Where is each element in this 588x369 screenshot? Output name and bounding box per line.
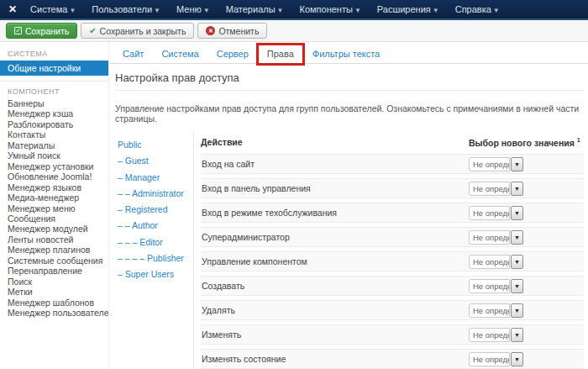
permission-value-cell: Не определе ▼ (469, 204, 584, 220)
permission-select-button[interactable]: ▼ (511, 352, 523, 366)
permission-select[interactable]: Не определе ▼ (469, 352, 523, 366)
permission-select-value: Не определе (469, 279, 510, 293)
permission-action-label: Вход в режиме техобслуживания (201, 208, 469, 218)
permission-action-label: Изменять (201, 329, 469, 340)
check-icon: ✔ (89, 27, 96, 35)
permission-select-button[interactable]: ▼ (511, 230, 523, 245)
permission-select-button[interactable]: ▼ (511, 157, 523, 171)
sidebar-item[interactable]: Сообщения (0, 213, 108, 224)
cancel-icon: ✕ (206, 26, 215, 35)
sidebar-item[interactable]: Менеджер пользователей (0, 308, 108, 318)
permission-select-value: Не определе (469, 303, 510, 318)
save-button[interactable]: ✓ Сохранить (6, 23, 77, 39)
permission-select-button[interactable]: ▼ (511, 303, 523, 318)
navbar-menu-item[interactable]: Справка▼ (455, 4, 500, 14)
chevron-down-icon: ▼ (203, 7, 210, 14)
permission-select-button[interactable]: ▼ (511, 328, 523, 342)
navbar-menu-item-label: Пользователи (92, 4, 152, 14)
user-group-tab[interactable]: – Super Users (118, 266, 193, 282)
sidebar-item[interactable]: Баннеры (0, 98, 108, 108)
user-group-tab[interactable]: – – – – Publisher (118, 250, 193, 266)
page-description: Управление настройками прав доступа для … (115, 103, 584, 124)
sidebar-item-global-config[interactable]: Общие настройки (0, 61, 108, 76)
chevron-down-icon: ▼ (354, 7, 361, 14)
permission-value-cell: Не определе ▼ (469, 253, 584, 269)
settings-tab-label: Сайт (123, 49, 144, 59)
sidebar-item[interactable]: Умный поиск (0, 150, 108, 161)
main-panel: Сайт Система Сервер Права Фильтры текста… (109, 42, 588, 369)
navbar-menu-item[interactable]: Система▼ (30, 4, 76, 14)
navbar-menu-item-label: Система (30, 4, 67, 14)
sidebar-item[interactable]: Менеджер кэша (0, 108, 108, 119)
column-header-footnote: 1 (577, 137, 580, 143)
permission-action-label: Вход на сайт (201, 159, 469, 169)
sidebar-item[interactable]: Менеджер языков (0, 182, 108, 192)
settings-tab[interactable]: Права (259, 45, 302, 64)
permission-select-button[interactable]: ▼ (511, 255, 523, 269)
permission-value-cell: Не определе ▼ (469, 351, 584, 366)
permission-select-button[interactable]: ▼ (511, 206, 523, 220)
user-group-tab[interactable]: – Manager (118, 170, 193, 186)
settings-tab[interactable]: Фильтры текста (305, 45, 387, 63)
sidebar-item[interactable]: Перенаправление (0, 266, 108, 276)
caret-down-icon: ▼ (514, 259, 520, 265)
admin-navbar: ✕ Система▼ Пользователи▼ Меню▼ Материалы… (0, 0, 588, 20)
sidebar-item[interactable]: Медиа-менеджер (0, 192, 108, 203)
permission-select[interactable]: Не определе ▼ (469, 230, 523, 245)
settings-tab[interactable]: Система (154, 45, 206, 63)
permission-select-button[interactable]: ▼ (511, 279, 523, 293)
user-group-tab[interactable]: – Registered (118, 202, 193, 218)
permission-select[interactable]: Не определе ▼ (469, 206, 523, 220)
sidebar-item[interactable]: Менеджер установки (0, 161, 108, 171)
caret-down-icon: ▼ (514, 356, 520, 362)
navbar-menu-item[interactable]: Расширения▼ (377, 4, 439, 14)
permission-select-value: Не определе (469, 352, 510, 366)
navbar-menu-item[interactable]: Компоненты▼ (300, 4, 361, 14)
navbar-menu-item[interactable]: Материалы▼ (226, 4, 284, 14)
permission-select-button[interactable]: ▼ (511, 182, 523, 196)
user-group-tab[interactable]: – – – Editor (118, 235, 193, 250)
navbar-menu-item[interactable]: Меню▼ (176, 4, 210, 14)
navbar-menu-item-label: Справка (455, 4, 491, 14)
permissions-wrap: Public – Guest – Manager – – Administrat… (115, 133, 584, 369)
permission-select[interactable]: Не определе ▼ (469, 182, 523, 196)
user-group-tab[interactable]: – – Administrator (118, 186, 193, 202)
sidebar-item[interactable]: Материалы (0, 140, 108, 150)
settings-tab[interactable]: Сервер (209, 45, 256, 63)
user-group-tab[interactable]: – Guest (118, 153, 193, 169)
permission-select[interactable]: Не определе ▼ (469, 328, 523, 342)
cancel-button[interactable]: ✕ Отменить (197, 23, 267, 39)
save-and-close-button[interactable]: ✔ Сохранить и закрыть (81, 23, 194, 39)
sidebar-item[interactable]: Менеджер шаблонов (0, 298, 108, 308)
sidebar-item[interactable]: Менеджер меню (0, 203, 108, 213)
permission-row: Вход в панель управления Не определе ▼ (201, 178, 584, 198)
permission-select[interactable]: Не определе ▼ (469, 303, 523, 318)
user-group-tab[interactable]: – – Author (118, 218, 193, 234)
sidebar-item[interactable]: Метки (0, 287, 108, 297)
sidebar-item[interactable]: Ленты новостей (0, 235, 108, 245)
page-title: Настройка прав доступа (115, 71, 584, 91)
permission-select[interactable]: Не определе ▼ (469, 157, 523, 171)
sidebar-item[interactable]: Менеджер модулей (0, 224, 108, 234)
sidebar-item[interactable]: Системные сообщения (0, 256, 108, 266)
permission-select[interactable]: Не определе ▼ (469, 255, 523, 269)
permission-action-label: Управление компонентом (201, 256, 469, 266)
permissions-panel: Настройка прав доступа Управление настро… (109, 64, 588, 369)
user-group-tab[interactable]: Public (118, 137, 193, 153)
settings-tab[interactable]: Сайт (115, 45, 151, 63)
column-header-action: Действие (201, 137, 469, 147)
sidebar-item[interactable]: Разблокировать (0, 119, 108, 129)
caret-down-icon: ▼ (514, 308, 520, 314)
permission-select-value: Не определе (469, 206, 510, 220)
settings-tab-label: Система (161, 49, 198, 59)
permission-row: Создавать Не определе ▼ (201, 276, 584, 296)
navbar-menu-item[interactable]: Пользователи▼ (92, 4, 160, 14)
sidebar-item[interactable]: Менеджер плагинов (0, 245, 108, 255)
navbar-menu: Система▼ Пользователи▼ Меню▼ Материалы▼ … (30, 4, 516, 14)
sidebar-item[interactable]: Контакты (0, 129, 108, 140)
permission-select[interactable]: Не определе ▼ (469, 279, 523, 293)
permission-value-cell: Не определе ▼ (469, 180, 584, 196)
sidebar-item[interactable]: Поиск (0, 277, 108, 287)
user-groups-list: Public – Guest – Manager – – Administrat… (115, 133, 194, 369)
sidebar-item[interactable]: Обновление Joomla! (0, 171, 108, 182)
